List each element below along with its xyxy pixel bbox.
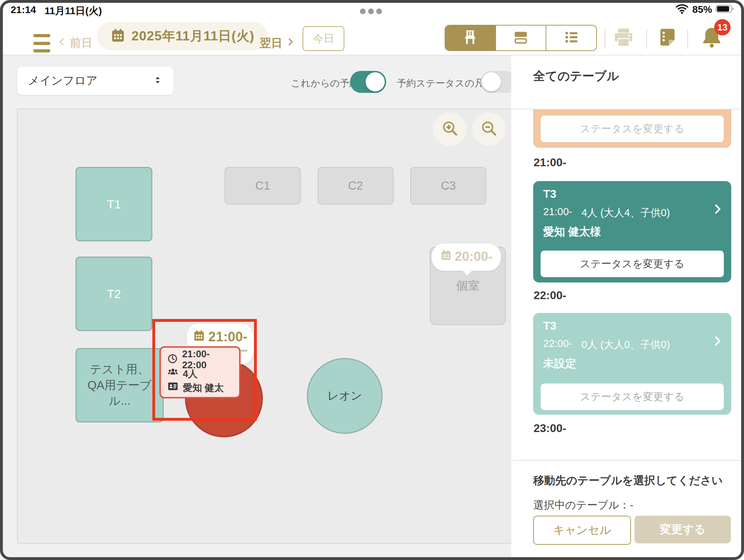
menu-icon[interactable] <box>33 34 50 52</box>
memo-icon <box>657 27 678 49</box>
current-date-label: 2025年11月11日(火) <box>131 27 254 45</box>
table-label: レオン <box>327 388 362 404</box>
table-label: C1 <box>255 179 270 192</box>
card-time: 21:00- <box>543 206 572 220</box>
table-t1[interactable]: T1 <box>75 167 152 241</box>
private-room-time-badge: 20:00- <box>432 243 501 271</box>
hour-heading: 23:00- <box>534 422 567 435</box>
change-status-button[interactable]: ステータスを変更する <box>541 251 724 277</box>
view-switcher <box>445 25 597 51</box>
battery-percent: 85% <box>692 4 712 15</box>
calendar-icon <box>110 28 126 45</box>
time-badge-label: 20:00- <box>455 249 493 264</box>
card-table-name: T3 <box>543 187 556 201</box>
upcoming-toggle-label: これからの予約 <box>291 77 359 90</box>
status-date: 11月11日(火) <box>45 4 102 18</box>
change-status-button[interactable]: ステータスを変更する <box>541 383 724 410</box>
divider <box>646 29 647 49</box>
id-card-icon <box>167 381 179 394</box>
print-button[interactable] <box>612 26 635 50</box>
hour-heading: 21:00- <box>534 156 567 169</box>
tab-table-view[interactable] <box>496 26 547 50</box>
next-day-label: 翌日 <box>260 35 282 51</box>
status-bar: 21:14 11月11日(火) 85% <box>0 0 744 17</box>
clock-icon <box>167 353 178 366</box>
table-c1[interactable]: C1 <box>225 167 301 205</box>
card-guest-name: 愛知 健太様 <box>543 224 601 239</box>
table-label: テスト用、QA用テーブル... <box>82 362 157 409</box>
table-c2[interactable]: C2 <box>317 167 394 205</box>
chevron-right-icon[interactable] <box>711 203 723 217</box>
wifi-icon <box>675 4 689 16</box>
divider <box>605 29 605 49</box>
battery-icon <box>716 4 734 15</box>
card-party: 4人 (大人4、子供0) <box>581 206 670 220</box>
reservation-card-2100[interactable]: T3 21:00- 4人 (大人4、子供0) 愛知 健太様 ステータスを変更する <box>533 181 731 282</box>
card-time: 22:00- <box>543 338 572 352</box>
notification-badge: 13 <box>714 19 731 35</box>
floor-selector-value: メインフロア <box>28 73 152 89</box>
move-table-prompt: 移動先のテーブルを選択してください <box>533 473 723 488</box>
reservation-card-partial[interactable]: ステータスを変更する <box>533 110 731 148</box>
cancel-button[interactable]: キャンセル <box>533 516 631 545</box>
zoom-out-button[interactable] <box>472 112 506 146</box>
memo-button[interactable] <box>656 26 679 50</box>
table-c3[interactable]: C3 <box>410 167 486 205</box>
date-picker[interactable]: 2025年11月11日(火) <box>97 22 268 50</box>
reservation-card-2200[interactable]: T3 22:00- 0人 (大人0、子供0) 未設定 ステータスを変更する <box>533 313 731 415</box>
list-icon <box>563 29 580 47</box>
prev-day-label: 前日 <box>70 35 92 51</box>
table-leon[interactable]: レオン <box>307 358 383 434</box>
zoom-in-icon <box>441 120 458 138</box>
hour-heading: 22:00- <box>534 289 567 302</box>
sort-arrows-icon <box>152 75 163 87</box>
zoom-out-icon <box>480 120 497 138</box>
chevron-right-icon[interactable] <box>711 335 723 348</box>
sidebar-title: 全てのテーブル <box>533 68 619 84</box>
divider <box>687 29 688 49</box>
time-badge-label: 21:00- <box>208 329 247 345</box>
chair-icon <box>462 29 478 47</box>
card-table-name: T3 <box>543 319 556 332</box>
chevron-right-icon <box>286 36 295 50</box>
card-guest-name: 未設定 <box>543 356 576 371</box>
tooltip-guest-name: 愛知 健太 <box>183 381 224 394</box>
tooltip-party-size: 4人 <box>183 368 198 380</box>
calendar-icon <box>193 329 205 343</box>
table-label: C3 <box>441 179 456 192</box>
reservation-tooltip: 21:00-22:00 4人 愛知 健太 <box>159 346 241 398</box>
table-label: 個室 <box>456 278 480 294</box>
confirm-button[interactable]: 変更する <box>635 516 731 543</box>
chevron-left-icon <box>57 36 66 50</box>
multitask-dots-icon <box>360 9 382 14</box>
floor-map: T1 T2 テスト用、QA用テーブル... C1 C2 C3 個室 20:00-… <box>17 108 513 544</box>
zoom-in-button[interactable] <box>433 112 467 146</box>
table-label: T1 <box>107 197 121 211</box>
divider <box>511 460 744 461</box>
table-label: T2 <box>107 287 121 301</box>
card-party: 0人 (大人0、子供0) <box>581 338 670 352</box>
upcoming-toggle[interactable] <box>350 71 386 93</box>
table-test-qa[interactable]: テスト用、QA用テーブル... <box>75 348 164 422</box>
status-time: 21:14 <box>11 4 36 18</box>
legend-toggle-label: 予約ステータスの凡例 <box>397 77 494 90</box>
table-t2[interactable]: T2 <box>75 257 152 331</box>
prev-day-button[interactable]: 前日 <box>57 35 92 51</box>
table-label: C2 <box>348 179 363 192</box>
app-window: 21:14 11月11日(火) 85% 前日 2025年11月11日(火) 翌日 <box>0 0 744 560</box>
today-label: 今日 <box>313 32 334 46</box>
all-tables-panel: 全てのテーブル ステータスを変更する 21:00- T3 21:00- 4人 (… <box>511 55 744 560</box>
change-status-button[interactable]: ステータスを変更する <box>541 116 724 142</box>
next-day-button[interactable]: 翌日 <box>260 35 295 51</box>
tab-floor-view[interactable] <box>445 26 496 50</box>
floor-selector[interactable]: メインフロア <box>17 67 174 95</box>
tab-list-view[interactable] <box>546 26 596 50</box>
calendar-icon <box>440 249 452 263</box>
people-icon <box>167 367 179 381</box>
printer-icon <box>613 26 635 50</box>
today-button[interactable]: 今日 <box>303 26 344 51</box>
selected-table-label: 選択中のテーブル：- <box>533 498 633 513</box>
stacked-tables-icon <box>513 29 529 47</box>
